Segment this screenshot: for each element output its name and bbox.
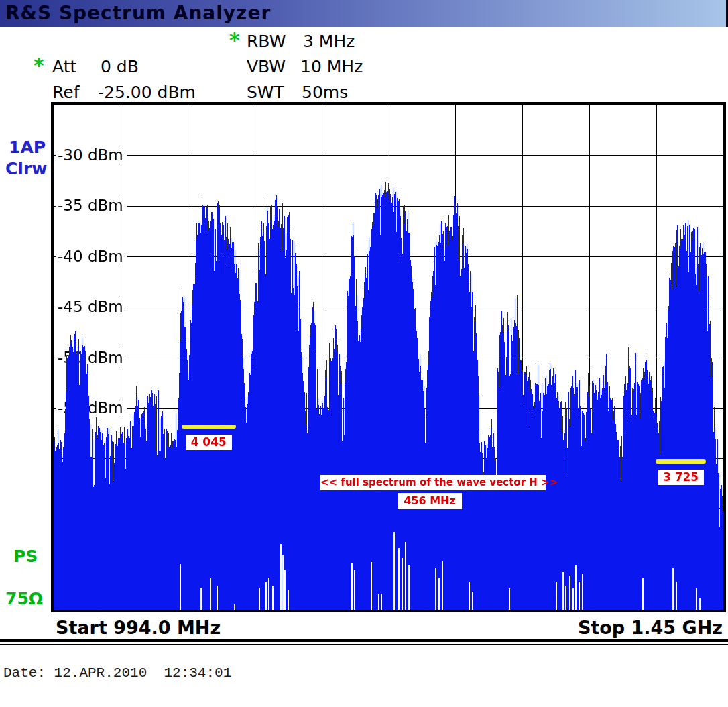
marker-layer: 4 0453 725	[54, 105, 723, 610]
marker-line	[656, 459, 705, 464]
rbw-label: RBW	[247, 32, 286, 51]
separator-line-thin	[0, 644, 728, 645]
swt-label: SWT	[247, 83, 284, 102]
spectrum-analyzer-screen: R&S Spectrum Analyzer * RBW 3 MHz * Att …	[0, 0, 728, 707]
annotation-note: << full spectrum of the wave vector H >>	[320, 475, 546, 490]
vbw-value: 10 MHz	[300, 58, 363, 76]
ref-label: Ref	[52, 83, 79, 102]
marker-label: 3 725	[658, 470, 704, 485]
annotation-span-note: 456 MHz	[398, 493, 462, 509]
start-frequency-label: Start 994.0 MHz	[56, 617, 221, 638]
app-title: R&S Spectrum Analyzer	[0, 0, 726, 27]
spectrum-chart: -30 dBm -35 dBm -40 dBm -45 dBm -50 dBm …	[51, 102, 726, 612]
ps-label: PS	[13, 547, 38, 566]
att-value: 0 dB	[101, 58, 139, 76]
vbw-label: VBW	[247, 58, 286, 76]
stop-frequency-label: Stop 1.45 GHz	[578, 617, 723, 638]
rbw-active-star: *	[229, 31, 240, 50]
att-active-star: *	[34, 56, 44, 75]
marker-line	[182, 425, 236, 429]
att-label: Att	[52, 58, 76, 76]
swt-value: 50ms	[302, 83, 348, 102]
trace-mode-label: 1AP	[9, 138, 46, 157]
ref-value: -25.00 dBm	[98, 83, 196, 102]
impedance-label: 75Ω	[5, 590, 43, 608]
rbw-value: 3 MHz	[303, 32, 355, 51]
date-time-label: Date: 12.APR.2010 12:34:01	[3, 665, 231, 681]
separator-line-thick	[0, 639, 728, 642]
detector-label: Clrw	[5, 160, 47, 178]
marker-label: 4 045	[186, 435, 232, 450]
title-bar: R&S Spectrum Analyzer	[0, 0, 726, 27]
